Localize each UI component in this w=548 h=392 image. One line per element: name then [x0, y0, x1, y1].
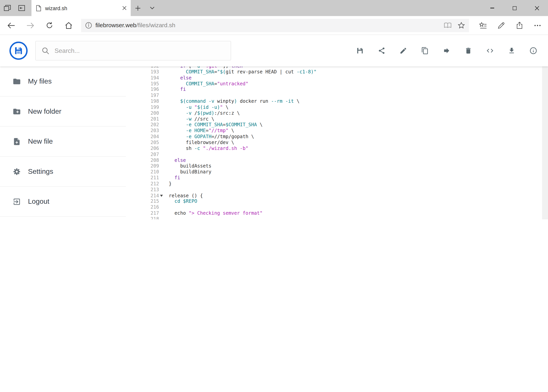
new-tab-button[interactable] — [131, 0, 145, 16]
code-row[interactable]: 205 filebrowser/dev \ — [140, 140, 542, 145]
code-text: cd $REPO — [164, 198, 197, 204]
code-text: else — [164, 75, 192, 81]
minimize-button[interactable] — [481, 0, 503, 16]
code-row[interactable]: 214release () { — [140, 192, 542, 198]
fold-gutter — [159, 69, 164, 75]
filebrowser-logo[interactable] — [9, 42, 28, 60]
sidebar-item-settings[interactable]: Settings — [0, 157, 126, 187]
create-file-icon — [13, 137, 21, 146]
code-text: else — [164, 157, 186, 163]
site-info-icon[interactable] — [85, 22, 92, 29]
back-button[interactable] — [1, 16, 21, 35]
code-row[interactable]: 203 -e HOME="//tmp" \ — [140, 128, 542, 134]
forward-button[interactable] — [21, 16, 40, 35]
code-row[interactable]: 200 -v /$(pwd):/src:z \ — [140, 110, 542, 116]
save-button[interactable] — [356, 47, 364, 55]
tab-preview-chevron-icon[interactable] — [145, 0, 159, 16]
tab-wizard-sh[interactable]: wizard.sh — [32, 0, 131, 16]
tabs-preview-icon[interactable] — [14, 0, 28, 16]
raw-code-button[interactable] — [486, 47, 494, 55]
code-row[interactable]: 207 — [140, 151, 542, 157]
line-number: 217 — [140, 210, 159, 216]
url-text: filebrowser.web/files/wizard.sh — [96, 22, 444, 29]
code-row[interactable]: 196 fi — [140, 86, 542, 92]
download-button[interactable] — [507, 47, 516, 55]
fold-gutter — [159, 75, 164, 81]
code-row[interactable]: 209 buildAssets — [140, 163, 542, 169]
line-number: 193 — [140, 69, 159, 75]
delete-button[interactable] — [464, 47, 472, 55]
code-text: -v /$(pwd):/src:z \ — [164, 110, 240, 116]
tab-bar: wizard.sh — [0, 0, 548, 16]
fold-gutter — [159, 66, 164, 69]
more-options-icon[interactable] — [528, 16, 547, 35]
code-row[interactable]: 193 COMMIT_SHA="$(git rev-parse HEAD | c… — [140, 69, 542, 75]
editor[interactable]: 192 if [ -d ".git" ]; then193 COMMIT_SHA… — [140, 66, 542, 219]
code-row[interactable]: 217 echo "> Checking semver format" — [140, 210, 542, 216]
code-row[interactable]: 211 fi — [140, 175, 542, 181]
line-number: 200 — [140, 110, 159, 116]
sidebar-item-new-file[interactable]: New file — [0, 127, 126, 157]
code-row[interactable]: 194 else — [140, 75, 542, 81]
tab-close-icon[interactable] — [122, 6, 126, 10]
fold-gutter — [159, 187, 164, 192]
code-text: -e GOPATH=//tmp/gopath \ — [164, 134, 254, 140]
ink-pen-icon[interactable] — [492, 16, 510, 35]
address-bar[interactable]: filebrowser.web/files/wizard.sh — [81, 19, 469, 32]
code-text — [164, 204, 169, 210]
search-input[interactable] — [55, 47, 224, 54]
fold-gutter — [159, 204, 164, 210]
line-number: 197 — [140, 92, 159, 98]
sidebar-item-new-folder[interactable]: New folder — [0, 97, 126, 127]
share-icon[interactable] — [510, 16, 528, 35]
code-row[interactable]: 198 $(command -v winpty) docker run --rm… — [140, 98, 542, 104]
code-row[interactable]: 202 -e COMMIT_SHA=$COMMIT_SHA \ — [140, 122, 542, 128]
code-row[interactable]: 210 buildBinary — [140, 169, 542, 175]
fold-gutter — [159, 216, 164, 219]
favorite-star-icon[interactable] — [458, 22, 465, 29]
fold-gutter — [159, 104, 164, 110]
search-box[interactable] — [35, 41, 231, 61]
sidebar-item-logout[interactable]: Logout — [0, 187, 126, 217]
code-row[interactable]: 212} — [140, 181, 542, 187]
browser-window: wizard.sh — [0, 0, 548, 219]
code-text: COMMIT_SHA="$(git rev-parse HEAD | cut -… — [164, 69, 317, 75]
window-controls — [481, 0, 548, 16]
folder-icon — [13, 77, 21, 85]
code-row[interactable]: 192 if [ -d ".git" ]; then — [140, 66, 542, 69]
favorites-hub-icon[interactable] — [474, 16, 492, 35]
app-body: My files New folder — [0, 66, 542, 219]
code-row[interactable]: 216 — [140, 204, 542, 210]
code-row[interactable]: 218 — [140, 216, 542, 219]
code-row[interactable]: 215 cd $REPO — [140, 198, 542, 204]
code-row[interactable]: 195 COMMIT_SHA="untracked" — [140, 81, 542, 86]
refresh-button[interactable] — [40, 16, 59, 35]
maximize-button[interactable] — [503, 0, 526, 16]
code-row[interactable]: 204 -e GOPATH=//tmp/gopath \ — [140, 134, 542, 140]
code-row[interactable]: 197 — [140, 92, 542, 98]
reading-view-icon[interactable] — [444, 22, 451, 28]
home-button[interactable] — [59, 16, 78, 35]
code-text: filebrowser/dev \ — [164, 140, 234, 145]
set-tabs-aside-icon[interactable] — [0, 0, 14, 16]
create-folder-icon — [13, 107, 21, 116]
file-actions — [356, 47, 538, 55]
code-row[interactable]: 213 — [140, 187, 542, 192]
sidebar-item-my-files[interactable]: My files — [0, 66, 126, 97]
code-row[interactable]: 199 -u "$(id -u)" \ — [140, 104, 542, 110]
search-icon — [42, 47, 49, 54]
share-button[interactable] — [377, 47, 386, 55]
code-text: -w //src \ — [164, 116, 214, 122]
code-row[interactable]: 206 sh -c "./wizard.sh -b" — [140, 145, 542, 151]
close-button[interactable] — [526, 0, 548, 16]
copy-button[interactable] — [421, 47, 429, 55]
line-number: 216 — [140, 204, 159, 210]
fold-marker-icon[interactable] — [159, 192, 164, 198]
move-button[interactable] — [443, 47, 451, 55]
code-row[interactable]: 208 else — [140, 157, 542, 163]
code-row[interactable]: 201 -w //src \ — [140, 116, 542, 122]
rename-button[interactable] — [399, 47, 408, 55]
code-text: buildAssets — [164, 163, 211, 169]
fold-gutter — [159, 151, 164, 157]
info-button[interactable] — [529, 47, 538, 55]
